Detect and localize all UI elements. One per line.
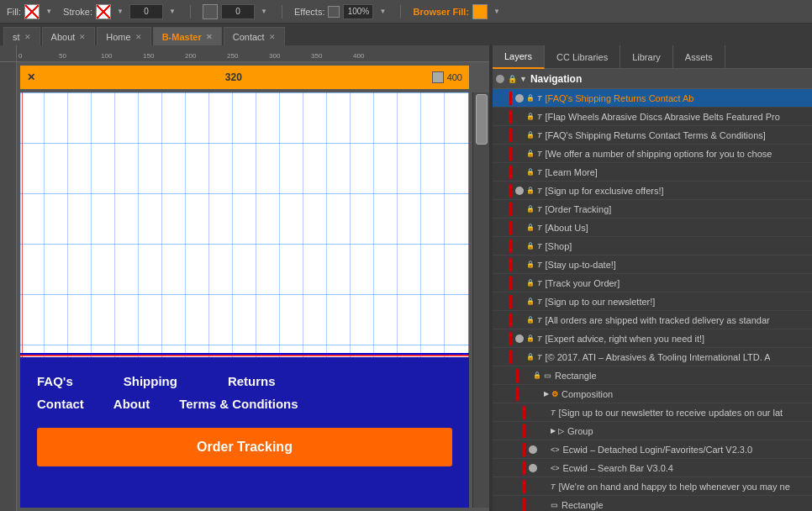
layer-visibility-1[interactable] [515, 113, 524, 121]
layer-visibility-18[interactable] [529, 427, 537, 435]
layer-visibility-22[interactable] [529, 501, 537, 509]
layer-visibility-16[interactable] [522, 390, 530, 398]
layer-item-13[interactable]: 🔒T[Expert advice, right when you need it… [493, 329, 812, 348]
tab-about[interactable]: About ✕ [42, 27, 96, 45]
effects-icon[interactable] [328, 6, 340, 18]
layer-item-19[interactable]: <>Ecwid – Detached Login/Favorites/Cart … [493, 440, 812, 459]
browser-fill-arrow[interactable]: ▼ [491, 6, 503, 18]
layer-group-navigation[interactable]: 🔒 ▼ Navigation [493, 69, 812, 89]
vertical-scrollbar[interactable] [472, 92, 489, 508]
layer-expand-18[interactable]: ▶ [551, 427, 556, 435]
stroke-swatch[interactable] [96, 4, 111, 19]
layer-lock-12[interactable]: 🔒 [526, 316, 535, 324]
stroke-arrow[interactable]: ▼ [114, 6, 126, 18]
layer-item-3[interactable]: 🔒T[We offer a number of shipping options… [493, 145, 812, 163]
layer-visibility-12[interactable] [515, 316, 524, 324]
tab-home-close[interactable]: ✕ [135, 33, 142, 41]
layer-lock-10[interactable]: 🔒 [526, 279, 535, 287]
layer-item-1[interactable]: 🔒T[Flap Wheels Abrasive Discs Abrasive B… [493, 108, 812, 126]
layer-lock-1[interactable]: 🔒 [526, 113, 535, 121]
layer-item-16[interactable]: ▶⚙Composition [493, 385, 812, 403]
layers-panel[interactable]: 🔒 ▼ Navigation 🔒T[FAQ's Shipping Returns… [493, 69, 812, 511]
layer-visibility-7[interactable] [515, 224, 524, 232]
effects-percent[interactable]: 100% [343, 4, 373, 19]
canvas[interactable]: ✕ 320 400 [17, 62, 489, 511]
scrollbar-thumb[interactable] [476, 94, 488, 145]
layer-item-11[interactable]: 🔒T[Sign up to our newsletter!] [493, 292, 812, 311]
layer-lock-11[interactable]: 🔒 [526, 298, 535, 306]
tab-st[interactable]: st ✕ [3, 27, 40, 45]
layer-lock-18[interactable] [540, 427, 548, 435]
layer-visibility-3[interactable] [515, 150, 524, 158]
layer-item-21[interactable]: T[We're on hand and happy to help whenev… [493, 477, 812, 496]
panel-tab-cc-libraries[interactable]: CC Libraries [545, 45, 620, 69]
layer-expand-16[interactable]: ▶ [544, 390, 549, 398]
layer-visibility-8[interactable] [515, 242, 524, 250]
panel-tab-library[interactable]: Library [620, 45, 673, 69]
tab-b-master-close[interactable]: ✕ [206, 33, 213, 41]
layer-item-17[interactable]: T[Sign up to our newsletter to receive u… [493, 403, 812, 422]
stroke-size-arrow[interactable]: ▼ [166, 6, 178, 18]
tab-contact[interactable]: Contact ✕ [224, 27, 285, 45]
layer-visibility-21[interactable] [529, 482, 537, 491]
group-visibility[interactable] [496, 75, 504, 83]
layer-visibility-14[interactable] [515, 353, 524, 361]
shape-value[interactable] [221, 4, 255, 19]
layer-item-5[interactable]: 🔒T[Sign up for exclusive offers!] [493, 182, 812, 200]
layer-item-14[interactable]: 🔒T[© 2017. ATI – Abrasives & Tooling Int… [493, 348, 812, 366]
layer-visibility-15[interactable] [522, 371, 530, 380]
group-expand-icon[interactable]: ▼ [519, 75, 527, 83]
layer-lock-19[interactable] [540, 445, 548, 454]
layer-visibility-17[interactable] [529, 408, 537, 417]
layer-item-2[interactable]: 🔒T[FAQ's Shipping Returns Contact Terms … [493, 126, 812, 145]
tab-b-master[interactable]: B-Master ✕ [153, 27, 222, 45]
layer-item-6[interactable]: 🔒T[Order Tracking] [493, 200, 812, 219]
panel-tab-layers[interactable]: Layers [493, 45, 545, 69]
layer-item-20[interactable]: <>Ecwid – Search Bar V3.0.4 [493, 459, 812, 477]
layer-lock-0[interactable]: 🔒 [526, 94, 535, 103]
layer-visibility-10[interactable] [515, 279, 524, 287]
layer-item-7[interactable]: 🔒T[About Us] [493, 219, 812, 237]
layer-lock-17[interactable] [540, 408, 548, 417]
canvas-white[interactable]: FAQ's Shipping Returns Contact About Ter… [20, 92, 469, 508]
tab-contact-close[interactable]: ✕ [269, 33, 276, 41]
panel-tab-assets[interactable]: Assets [673, 45, 725, 69]
canvas-page-icon[interactable] [432, 71, 444, 83]
layer-lock-15[interactable]: 🔒 [533, 371, 541, 380]
layer-visibility-5[interactable] [515, 187, 524, 195]
layer-visibility-19[interactable] [529, 445, 537, 454]
layer-lock-16[interactable] [533, 390, 541, 398]
shape-arrow[interactable]: ▼ [258, 6, 270, 18]
layer-visibility-6[interactable] [515, 205, 524, 213]
layer-item-12[interactable]: 🔒T[All orders are shipped with tracked d… [493, 311, 812, 329]
tab-st-close[interactable]: ✕ [24, 33, 31, 41]
effects-arrow[interactable]: ▼ [377, 6, 388, 18]
layer-visibility-9[interactable] [515, 261, 524, 269]
layer-lock-14[interactable]: 🔒 [526, 353, 535, 361]
layer-item-8[interactable]: 🔒T[Shop] [493, 237, 812, 256]
stroke-input[interactable]: 0 [129, 4, 163, 19]
tab-home[interactable]: Home ✕ [97, 27, 150, 45]
fill-swatch[interactable] [24, 4, 40, 19]
tab-about-close[interactable]: ✕ [79, 33, 86, 41]
layer-lock-20[interactable] [540, 464, 548, 472]
layer-lock-6[interactable]: 🔒 [526, 205, 535, 213]
layer-lock-8[interactable]: 🔒 [526, 242, 535, 250]
layer-visibility-13[interactable] [515, 335, 524, 343]
fill-arrow[interactable]: ▼ [43, 6, 55, 18]
layer-lock-7[interactable]: 🔒 [526, 224, 535, 232]
footer-order-tracking-btn[interactable]: Order Tracking [37, 428, 452, 466]
layer-visibility-2[interactable] [515, 131, 524, 140]
layer-visibility-20[interactable] [529, 464, 537, 472]
layer-lock-13[interactable]: 🔒 [526, 335, 535, 343]
layer-item-0[interactable]: 🔒T[FAQ's Shipping Returns Contact Ab [493, 89, 812, 108]
layer-lock-5[interactable]: 🔒 [526, 187, 535, 195]
layer-item-10[interactable]: 🔒T[Track your Order] [493, 274, 812, 292]
layer-lock-21[interactable] [540, 482, 548, 491]
layer-lock-2[interactable]: 🔒 [526, 131, 535, 140]
layer-visibility-11[interactable] [515, 298, 524, 306]
layer-item-18[interactable]: ▶▷Group [493, 422, 812, 440]
layer-item-15[interactable]: 🔒▭Rectangle [493, 366, 812, 385]
layer-item-9[interactable]: 🔒T[Stay up-to-date!] [493, 256, 812, 274]
layer-lock-22[interactable] [540, 501, 548, 509]
